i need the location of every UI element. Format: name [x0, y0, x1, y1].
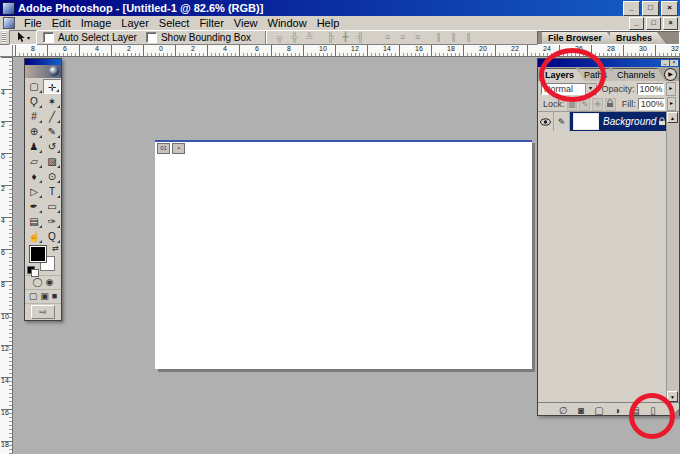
opacity-slider-icon[interactable]: ▸	[666, 82, 676, 96]
options-bar-grip[interactable]	[2, 32, 6, 43]
palette-menu-button[interactable]: ▶	[664, 68, 677, 81]
auto-select-layer-checkbox[interactable]	[43, 32, 54, 43]
move-tool-icon	[16, 32, 25, 43]
toolbox-banner[interactable]	[25, 65, 61, 78]
blend-mode-arrow-icon[interactable]: ▾	[585, 83, 597, 95]
crop-tool[interactable]: #	[25, 109, 43, 124]
ruler-number: 18	[1, 441, 11, 448]
quick-mask-row: ◯ ◉	[25, 275, 61, 289]
menu-edit[interactable]: Edit	[47, 16, 76, 30]
well-tab-file-browser[interactable]: File Browser	[542, 31, 616, 44]
slice-tool[interactable]: ╱	[43, 109, 61, 124]
menu-filter[interactable]: Filter	[194, 16, 228, 30]
clone-stamp-tool[interactable]: ♟	[25, 139, 43, 154]
close-button[interactable]: ×	[661, 1, 678, 16]
lock-image-icon[interactable]: ✎	[579, 98, 590, 111]
tab-channels[interactable]: Channels	[612, 68, 665, 81]
eyedropper-tool[interactable]: ✑	[43, 214, 61, 229]
palette-title-bar[interactable]: _ ×	[538, 59, 679, 67]
notes-tool[interactable]: ▤	[25, 214, 43, 229]
layer-selected-area[interactable]: Background	[570, 112, 669, 131]
active-layer-cell[interactable]: ✎	[554, 112, 570, 131]
visibility-cell[interactable]	[538, 112, 554, 131]
menu-file[interactable]: File	[19, 16, 47, 30]
lock-position-icon[interactable]: ✛	[592, 98, 603, 111]
tab-layers[interactable]: Layers	[540, 68, 584, 81]
type-tool[interactable]: T	[43, 184, 61, 199]
doc-restore-button[interactable]: □	[646, 17, 661, 30]
rectangular-marquee-tool[interactable]: ▢	[25, 79, 43, 94]
swap-colors-icon[interactable]: ⇄	[52, 244, 59, 253]
minimize-button[interactable]: _	[623, 1, 640, 16]
blend-mode-dropdown[interactable]: Normal ▾	[541, 83, 598, 95]
jump-to-imageready-button[interactable]: ⇨	[31, 305, 55, 319]
tool-dropdown-arrow-icon[interactable]: ▾	[27, 34, 30, 41]
show-bounding-box-checkbox[interactable]	[146, 32, 157, 43]
scroll-up-icon[interactable]: ▲	[667, 112, 678, 123]
standard-mode-icon[interactable]: ◯	[33, 277, 43, 288]
new-layer-button[interactable]: ▤	[630, 404, 640, 418]
tab-paths[interactable]: Paths	[579, 68, 617, 81]
current-tool-button[interactable]: ▾	[9, 30, 37, 45]
slice-badges: 01 ▪	[157, 143, 185, 154]
layers-scrollbar[interactable]: ▲ ▼	[666, 112, 679, 402]
well-tab-brushes[interactable]: Brushes	[610, 31, 666, 44]
new-layer-set-button[interactable]: ▢	[594, 404, 604, 418]
hand-tool[interactable]: ☝	[25, 229, 43, 244]
foreground-color-swatch[interactable]	[30, 246, 46, 262]
show-bounding-box-option: Show Bounding Box	[146, 32, 251, 43]
standard-screen-icon[interactable]: ▢	[29, 291, 38, 302]
ruler-number: 14	[383, 45, 391, 52]
ruler-number: 16	[1, 409, 11, 416]
layer-name: Background	[603, 116, 658, 127]
slice-image-icon: ▪	[172, 143, 185, 154]
align-vertical-centers-button: ╬	[287, 31, 302, 44]
horizontal-ruler: 864202468101214161820222426283032	[13, 45, 680, 57]
path-selection-tool[interactable]: ▷	[25, 184, 43, 199]
new-adjustment-layer-button[interactable]: ◑	[612, 404, 622, 418]
scroll-down-icon[interactable]: ▼	[667, 391, 678, 402]
move-tool[interactable]: ✛	[43, 79, 61, 94]
lasso-tool[interactable]: Ϙ	[25, 94, 43, 109]
restore-button[interactable]: □	[642, 1, 659, 16]
healing-brush-tool[interactable]: ⊕	[25, 124, 43, 139]
menu-help[interactable]: Help	[312, 16, 345, 30]
menu-view[interactable]: View	[229, 16, 263, 30]
menu-layer[interactable]: Layer	[116, 16, 154, 30]
zoom-tool[interactable]: Q	[43, 229, 61, 244]
dodge-tool[interactable]: ⊙	[43, 169, 61, 184]
lock-transparency-icon[interactable]: ▦	[567, 98, 578, 111]
history-brush-tool[interactable]: ↺	[43, 139, 61, 154]
opacity-value[interactable]: 100%	[637, 83, 664, 95]
layer-thumbnail[interactable]	[573, 113, 599, 130]
align-horizontal-centers-button: ╋	[338, 31, 353, 44]
lock-all-icon[interactable]	[605, 98, 616, 111]
doc-close-button[interactable]: ×	[663, 17, 678, 30]
menu-select[interactable]: Select	[154, 16, 195, 30]
fullscreen-menubar-icon[interactable]: ▣	[40, 291, 49, 302]
default-colors-bg-icon[interactable]	[31, 269, 39, 277]
shape-tool[interactable]: ▭	[43, 199, 61, 214]
fullscreen-icon[interactable]: ■	[52, 291, 57, 302]
magic-wand-tool[interactable]: ✶	[43, 94, 61, 109]
menu-image[interactable]: Image	[76, 16, 117, 30]
brush-tool[interactable]: ✎	[43, 124, 61, 139]
add-layer-mask-button[interactable]: ◙	[576, 404, 586, 418]
quick-mask-mode-icon[interactable]: ◉	[46, 277, 54, 288]
fill-value[interactable]: 100%	[638, 98, 665, 110]
gradient-tool[interactable]: ▨	[43, 154, 61, 169]
blur-tool[interactable]: ♦	[25, 169, 43, 184]
palette-close-button[interactable]: ×	[670, 60, 678, 66]
delete-layer-button[interactable]: ▯	[648, 404, 658, 418]
eraser-tool[interactable]: ▱	[25, 154, 43, 169]
resize-grip[interactable]	[667, 407, 679, 419]
title-bar: Adobe Photoshop - [Untitled-1 @ 82.6% (R…	[0, 0, 680, 16]
pen-tool[interactable]: ✒	[25, 199, 43, 214]
add-layer-style-button[interactable]: ∅	[558, 404, 568, 418]
document-canvas[interactable]: 01 ▪	[155, 140, 532, 369]
layer-row-background[interactable]: ✎ Background	[538, 112, 669, 131]
fill-slider-icon[interactable]: ▸	[667, 97, 676, 111]
menu-window[interactable]: Window	[263, 16, 312, 30]
doc-minimize-button[interactable]: _	[629, 17, 644, 30]
palette-minimize-button[interactable]: _	[661, 60, 669, 66]
